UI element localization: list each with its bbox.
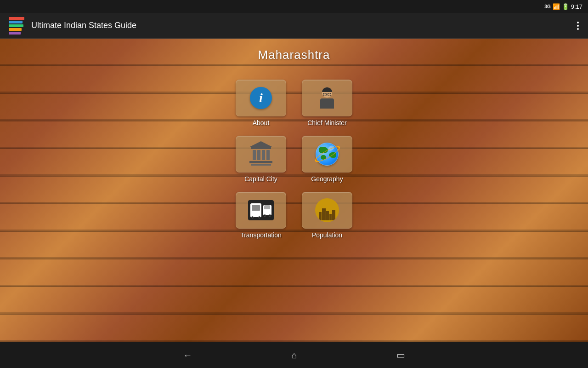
- globe-icon: [316, 143, 339, 166]
- globe-land-1: [319, 147, 328, 153]
- app-bar-left: Ultimate Indian States Guide: [7, 16, 136, 36]
- person-icon: [315, 86, 339, 110]
- back-button[interactable]: ←: [179, 346, 196, 364]
- about-label: About: [253, 119, 270, 126]
- capital-city-icon-box: [236, 136, 286, 172]
- city-building-5: [332, 210, 335, 220]
- book-layer-4: [9, 28, 22, 31]
- chief-minister-icon-box: [302, 80, 352, 116]
- capital-city-label: Capital City: [244, 175, 277, 183]
- book-layer-2: [9, 21, 23, 23]
- dot-3: [577, 28, 579, 30]
- main-content: Maharashtra i About Chief Minister: [0, 39, 588, 342]
- population-icon: [315, 198, 339, 222]
- status-bar: 3G 📶 🔋 9:17: [0, 0, 588, 13]
- city-building-4: [329, 214, 332, 220]
- menu-item-about[interactable]: i About: [229, 76, 293, 130]
- menu-grid: i About Chief Minister: [229, 76, 359, 242]
- transportation-icon-box: [236, 192, 286, 229]
- nav-bar: ← ⌂ ▭: [0, 342, 588, 368]
- book-layer-1: [9, 17, 24, 20]
- bus-shape: [250, 203, 261, 217]
- city-building-3: [326, 211, 329, 220]
- book-layer-3: [9, 24, 23, 27]
- geography-label: Geography: [311, 175, 343, 183]
- population-label: Population: [312, 231, 342, 239]
- menu-item-population[interactable]: Population: [295, 188, 359, 242]
- building-icon: [249, 143, 273, 166]
- geography-icon-box: [302, 136, 352, 172]
- menu-item-capital-city[interactable]: Capital City: [229, 132, 293, 186]
- book-stack-icon: [9, 17, 24, 34]
- network-indicator: 3G: [544, 4, 550, 9]
- transportation-label: Transportation: [240, 231, 282, 239]
- overflow-menu-button[interactable]: [575, 20, 581, 32]
- page-title: Maharashtra: [258, 48, 330, 62]
- dot-2: [577, 25, 579, 27]
- app-title: Ultimate Indian States Guide: [31, 21, 136, 30]
- dot-1: [577, 22, 579, 23]
- recents-button[interactable]: ▭: [393, 346, 409, 364]
- city-building-1: [319, 212, 322, 220]
- person-glasses: [323, 93, 331, 95]
- person-head: [322, 87, 332, 98]
- person-body: [320, 98, 334, 109]
- city-building-2: [322, 208, 326, 220]
- person-hair: [322, 87, 332, 92]
- about-icon-box: i: [236, 80, 286, 116]
- home-button[interactable]: ⌂: [288, 346, 300, 364]
- menu-item-chief-minister[interactable]: Chief Minister: [295, 76, 359, 130]
- chief-minister-label: Chief Minister: [307, 119, 347, 126]
- status-icons: 3G 📶 🔋 9:17: [544, 3, 582, 10]
- globe-container: [316, 143, 339, 166]
- car-shape: [263, 205, 271, 215]
- time-display: 9:17: [571, 3, 582, 10]
- battery-icon: 🔋: [562, 3, 569, 10]
- globe-land-2: [329, 152, 336, 158]
- info-icon: i: [250, 87, 272, 109]
- globe-land-3: [321, 155, 326, 160]
- globe-shine: [327, 144, 335, 152]
- app-bar: Ultimate Indian States Guide: [0, 13, 588, 39]
- menu-item-geography[interactable]: Geography: [295, 132, 359, 186]
- app-icon: [7, 16, 26, 36]
- transport-icon: [248, 200, 274, 220]
- population-icon-box: [302, 192, 352, 229]
- signal-icon: 📶: [553, 3, 560, 10]
- book-layer-5: [9, 32, 21, 34]
- city-silhouette: [319, 208, 335, 220]
- menu-item-transportation[interactable]: Transportation: [229, 188, 293, 242]
